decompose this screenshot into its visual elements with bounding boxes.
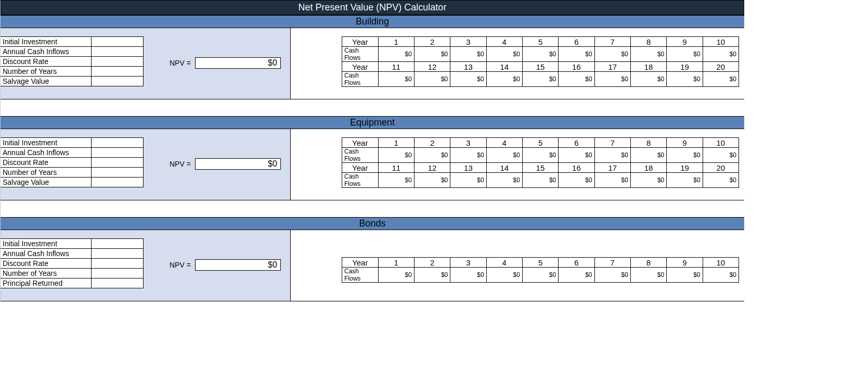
- cashflow-cell[interactable]: $0: [667, 268, 703, 283]
- cashflow-cell[interactable]: $0: [378, 268, 414, 283]
- cashflow-cell[interactable]: $0: [486, 148, 522, 163]
- year-cell: 20: [703, 62, 739, 72]
- cashflow-cell[interactable]: $0: [559, 47, 594, 62]
- cashflow-header: Cash Flows: [342, 173, 379, 188]
- input-number-of-years[interactable]: [92, 67, 144, 77]
- year-cell: 5: [522, 258, 558, 268]
- cashflow-cell[interactable]: $0: [594, 72, 630, 87]
- input-annual-cash-inflows[interactable]: [92, 249, 144, 259]
- input-annual-cash-inflows[interactable]: [92, 148, 144, 158]
- input-initial-investment[interactable]: [92, 37, 144, 47]
- cashflow-cell[interactable]: $0: [594, 268, 630, 283]
- input-number-of-years[interactable]: [92, 168, 144, 178]
- cashflow-cell[interactable]: $0: [667, 173, 703, 188]
- cashflow-cell[interactable]: $0: [630, 72, 666, 87]
- year-cell: 1: [378, 138, 414, 148]
- cashflow-cell[interactable]: $0: [378, 148, 414, 163]
- cashflow-cell[interactable]: $0: [486, 47, 522, 62]
- cashflow-cell[interactable]: $0: [703, 47, 739, 62]
- label-salvage-value: Salvage Value: [1, 178, 92, 187]
- label-number-of-years: Number of Years: [1, 269, 92, 278]
- input-salvage-value[interactable]: [92, 77, 144, 86]
- label-discount-rate: Discount Rate: [1, 57, 92, 67]
- cashflow-cell[interactable]: $0: [450, 268, 486, 283]
- label-annual-cash-inflows: Annual Cash Inflows: [1, 47, 92, 57]
- cashflow-cell[interactable]: $0: [703, 72, 739, 87]
- cashflow-cell[interactable]: $0: [703, 268, 739, 283]
- app-title: Net Present Value (NPV) Calculator: [1, 0, 744, 15]
- input-annual-cash-inflows[interactable]: [92, 47, 144, 57]
- section-body-bonds: Initial Investment Annual Cash Inflows D…: [1, 230, 744, 301]
- cashflow-cell[interactable]: $0: [667, 148, 703, 163]
- cashflow-cell[interactable]: $0: [522, 173, 558, 188]
- cashflow-cell[interactable]: $0: [667, 47, 703, 62]
- cashflow-cell[interactable]: $0: [486, 72, 522, 87]
- year-cell: 2: [414, 258, 450, 268]
- cashflow-cell[interactable]: $0: [414, 268, 450, 283]
- cashflow-cell[interactable]: $0: [522, 47, 558, 62]
- label-discount-rate: Discount Rate: [1, 259, 92, 269]
- cashflow-cell[interactable]: $0: [486, 268, 522, 283]
- cashflow-cell[interactable]: $0: [522, 148, 558, 163]
- cashflow-cell[interactable]: $0: [703, 173, 739, 188]
- year-cell: 7: [594, 37, 630, 47]
- year-cell: 1: [378, 37, 414, 47]
- label-annual-cash-inflows: Annual Cash Inflows: [1, 148, 92, 158]
- cashflow-cell[interactable]: $0: [378, 47, 414, 62]
- cashflow-cell[interactable]: $0: [522, 268, 558, 283]
- npv-output-building: NPV = $0: [170, 57, 281, 69]
- input-discount-rate[interactable]: [92, 57, 144, 67]
- cashflow-cell[interactable]: $0: [630, 173, 666, 188]
- cashflow-cell[interactable]: $0: [450, 72, 486, 87]
- cashflow-cell[interactable]: $0: [378, 173, 414, 188]
- cashflow-cell[interactable]: $0: [378, 72, 414, 87]
- input-table-equipment: Initial Investment Annual Cash Inflows D…: [1, 137, 144, 187]
- cashflow-cell[interactable]: $0: [594, 148, 630, 163]
- input-discount-rate[interactable]: [92, 158, 144, 168]
- year-cell: 8: [630, 37, 666, 47]
- cashflow-cell[interactable]: $0: [630, 148, 666, 163]
- cashflow-header: Cash Flows: [342, 148, 379, 163]
- cashflow-table-bonds: Year 1 2 3 4 5 6 7 8 9 10 Cash Flows $0 …: [342, 257, 739, 283]
- input-initial-investment[interactable]: [92, 239, 144, 249]
- cashflow-cell[interactable]: $0: [414, 47, 450, 62]
- cashflow-cell[interactable]: $0: [522, 72, 558, 87]
- input-discount-rate[interactable]: [92, 259, 144, 269]
- year-cell: 12: [414, 163, 450, 173]
- cashflow-cell[interactable]: $0: [414, 72, 450, 87]
- cashflow-cell[interactable]: $0: [559, 268, 594, 283]
- cashflow-cell[interactable]: $0: [703, 148, 739, 163]
- label-discount-rate: Discount Rate: [1, 158, 92, 168]
- cashflow-cell[interactable]: $0: [594, 47, 630, 62]
- cashflow-cell[interactable]: $0: [486, 173, 522, 188]
- year-cell: 8: [630, 138, 666, 148]
- section-title-equipment: Equipment: [1, 116, 744, 129]
- year-cell: 20: [703, 163, 739, 173]
- cashflow-cell[interactable]: $0: [667, 72, 703, 87]
- input-principal-returned[interactable]: [92, 278, 144, 288]
- input-salvage-value[interactable]: [92, 178, 144, 187]
- cashflow-cell[interactable]: $0: [414, 148, 450, 163]
- cashflow-cell[interactable]: $0: [630, 47, 666, 62]
- npv-value: $0: [195, 259, 281, 271]
- year-cell: 7: [594, 258, 630, 268]
- cashflow-cell[interactable]: $0: [450, 173, 486, 188]
- cashflow-cell[interactable]: $0: [559, 148, 594, 163]
- label-initial-investment: Initial Investment: [1, 138, 92, 148]
- cashflow-cell[interactable]: $0: [559, 173, 594, 188]
- year-cell: 5: [522, 138, 558, 148]
- cashflow-cell[interactable]: $0: [450, 47, 486, 62]
- cashflow-cell[interactable]: $0: [594, 173, 630, 188]
- cashflow-cell[interactable]: $0: [414, 173, 450, 188]
- label-initial-investment: Initial Investment: [1, 37, 92, 47]
- input-table-building: Initial Investment Annual Cash Inflows D…: [1, 36, 144, 86]
- cashflow-panel-bonds: Year 1 2 3 4 5 6 7 8 9 10 Cash Flows $0 …: [291, 230, 744, 301]
- year-cell: 18: [630, 163, 666, 173]
- cashflow-cell[interactable]: $0: [630, 268, 666, 283]
- cashflow-cell[interactable]: $0: [450, 148, 486, 163]
- input-number-of-years[interactable]: [92, 269, 144, 278]
- label-salvage-value: Salvage Value: [1, 77, 92, 86]
- input-initial-investment[interactable]: [92, 138, 144, 148]
- cashflow-cell[interactable]: $0: [559, 72, 594, 87]
- label-annual-cash-inflows: Annual Cash Inflows: [1, 249, 92, 259]
